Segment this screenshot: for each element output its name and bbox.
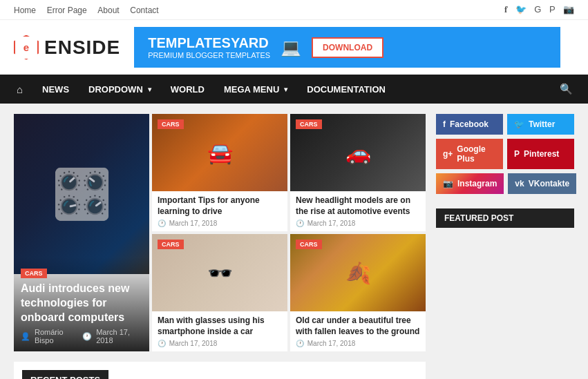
nav-about[interactable]: About — [97, 6, 119, 15]
grid-text-3: Man with glasses using his smartphone in… — [152, 311, 287, 351]
grid-date-4: March 17, 2018 — [307, 340, 356, 347]
recent-posts-section: RECENT POSTS BEAUTY Small bridge and a b… — [14, 362, 426, 379]
grid-article-1[interactable]: CARS Important Tips for anyone learning … — [152, 114, 287, 231]
instagram-button[interactable]: 📷 Instagram — [436, 173, 504, 194]
logo-hex: e — [14, 35, 39, 60]
clock-icon-4 — [296, 340, 305, 347]
facebook-icon: f — [443, 119, 446, 129]
person-icon: 👤 — [21, 332, 30, 341]
grid-date-2: March 17, 2018 — [307, 220, 356, 227]
featured-main-image — [14, 114, 149, 274]
clock-icon-2 — [296, 220, 305, 227]
clock-icon-3 — [158, 340, 167, 347]
social-pinterest-icon[interactable]: P — [549, 4, 555, 14]
facebook-label: Facebook — [450, 119, 489, 129]
grid-text-2: New headlight models are on the rise at … — [290, 191, 426, 231]
vkontakte-icon: vk — [515, 179, 524, 188]
featured-main-author: Romário Bispo — [35, 328, 78, 344]
grid-image-4: CARS — [290, 234, 426, 311]
pinterest-icon: P — [514, 149, 520, 159]
googleplus-label: Google Plus — [457, 144, 496, 164]
site-header: e ENSIDE TEMPLATESYARD PREMIUM BLOGGER T… — [0, 20, 588, 75]
twitter-icon: 🐦 — [514, 119, 524, 129]
nav-news[interactable]: NEWS — [32, 76, 79, 103]
grid-article-2[interactable]: CARS New headlight models are on the ris… — [290, 114, 426, 231]
social-row-1: f Facebook 🐦 Twitter — [436, 114, 574, 139]
banner-brand: TEMPLATESYARD — [148, 35, 270, 51]
banner-download-button[interactable]: DOWNLOAD — [312, 37, 383, 58]
featured-main-meta: 👤 Romário Bispo 🕐 March 17, 2018 — [21, 328, 142, 344]
grid-image-1: CARS — [152, 114, 287, 191]
social-twitter-icon[interactable]: 🐦 — [515, 4, 527, 14]
grid-title-2: New headlight models are on the rise at … — [296, 195, 420, 217]
featured-main-overlay: CARS Audi introduces new technologies fo… — [14, 257, 149, 351]
main-content: CARS Audi introduces new technologies fo… — [0, 104, 588, 379]
grid-text-4: Old car under a beautiful tree with fall… — [290, 311, 426, 351]
featured-grid: CARS Audi introduces new technologies fo… — [14, 114, 426, 351]
search-icon[interactable]: 🔍 — [551, 75, 581, 104]
grid-meta-4: March 17, 2018 — [296, 340, 420, 347]
content-area: CARS Audi introduces new technologies fo… — [14, 114, 426, 379]
grid-cat-1: CARS — [158, 119, 184, 129]
nav-error[interactable]: Error Page — [47, 6, 87, 15]
banner-tagline: PREMIUM BLOGGER TEMPLATES — [148, 51, 270, 59]
header-banner[interactable]: TEMPLATESYARD PREMIUM BLOGGER TEMPLATES … — [134, 27, 560, 68]
featured-main-article[interactable]: CARS Audi introduces new technologies fo… — [14, 114, 149, 351]
nav-world[interactable]: WORLD — [161, 76, 214, 103]
grid-title-1: Important Tips for anyone learning to dr… — [158, 195, 282, 217]
grid-date-3: March 17, 2018 — [169, 340, 218, 347]
top-nav-links: Home Error Page About Contact — [14, 5, 167, 15]
nav-contact[interactable]: Contact — [130, 6, 158, 15]
social-instagram-icon[interactable]: 📷 — [563, 4, 574, 14]
recent-posts-header: RECENT POSTS — [22, 370, 108, 379]
featured-main-date: March 17, 2018 — [96, 328, 142, 344]
googleplus-button[interactable]: g+ Google Plus — [436, 139, 503, 169]
grid-title-3: Man with glasses using his smartphone in… — [158, 315, 282, 337]
instagram-label: Instagram — [457, 179, 497, 188]
nav-documentation[interactable]: DOCUMENTATION — [297, 76, 395, 103]
pinterest-button[interactable]: P Pinterest — [507, 139, 574, 169]
twitter-label: Twitter — [529, 119, 555, 129]
nav-home[interactable]: Home — [14, 6, 36, 15]
grid-cat-3: CARS — [158, 240, 184, 249]
sidebar: f Facebook 🐦 Twitter g+ Google Plus P Pi… — [436, 114, 574, 379]
banner-text: TEMPLATESYARD PREMIUM BLOGGER TEMPLATES — [148, 35, 270, 59]
site-logo[interactable]: e ENSIDE — [14, 35, 120, 60]
social-buttons: f Facebook 🐦 Twitter g+ Google Plus P Pi… — [436, 114, 574, 198]
nav-home-icon[interactable]: ⌂ — [7, 75, 32, 104]
grid-meta-1: March 17, 2018 — [158, 220, 282, 227]
main-navbar: ⌂ NEWS DROPDOWN WORLD MEGA MENU DOCUMENT… — [0, 75, 588, 104]
clock-icon: 🕐 — [82, 332, 92, 341]
grid-meta-2: March 17, 2018 — [296, 220, 420, 227]
clock-icon-1 — [158, 220, 167, 227]
instagram-icon: 📷 — [443, 179, 453, 188]
top-bar: Home Error Page About Contact 𝐟 🐦 G P 📷 — [0, 0, 588, 20]
social-row-2: g+ Google Plus P Pinterest — [436, 139, 574, 173]
sidebar-featured-header: FEATURED POST — [436, 208, 574, 228]
grid-meta-3: March 17, 2018 — [158, 340, 282, 347]
social-facebook-icon[interactable]: 𝐟 — [504, 4, 507, 14]
grid-image-3: CARS — [152, 234, 287, 311]
facebook-button[interactable]: f Facebook — [436, 114, 503, 135]
grid-article-4[interactable]: CARS Old car under a beautiful tree with… — [290, 234, 426, 351]
grid-article-3[interactable]: CARS Man with glasses using his smartpho… — [152, 234, 287, 351]
grid-date-1: March 17, 2018 — [169, 220, 218, 227]
grid-cat-4: CARS — [296, 240, 322, 249]
nav-dropdown[interactable]: DROPDOWN — [79, 76, 161, 103]
pinterest-label: Pinterest — [524, 149, 559, 159]
social-row-3: 📷 Instagram vk VKontakte — [436, 173, 574, 198]
twitter-button[interactable]: 🐦 Twitter — [507, 114, 574, 135]
grid-text-1: Important Tips for anyone learning to dr… — [152, 191, 287, 231]
featured-main-category: CARS — [21, 269, 47, 278]
top-social-icons: 𝐟 🐦 G P 📷 — [499, 4, 574, 15]
featured-main-title: Audi introduces new technologies for onb… — [21, 282, 142, 324]
googleplus-icon: g+ — [443, 149, 453, 159]
grid-image-2: CARS — [290, 114, 426, 191]
logo-text: ENSIDE — [44, 37, 120, 59]
nav-mega-menu[interactable]: MEGA MENU — [214, 76, 297, 103]
vkontakte-label: VKontakte — [529, 179, 569, 188]
social-google-icon[interactable]: G — [534, 4, 541, 14]
grid-title-4: Old car under a beautiful tree with fall… — [296, 315, 420, 337]
banner-device-icon: 💻 — [281, 38, 301, 57]
vkontakte-button[interactable]: vk VKontakte — [508, 173, 576, 194]
